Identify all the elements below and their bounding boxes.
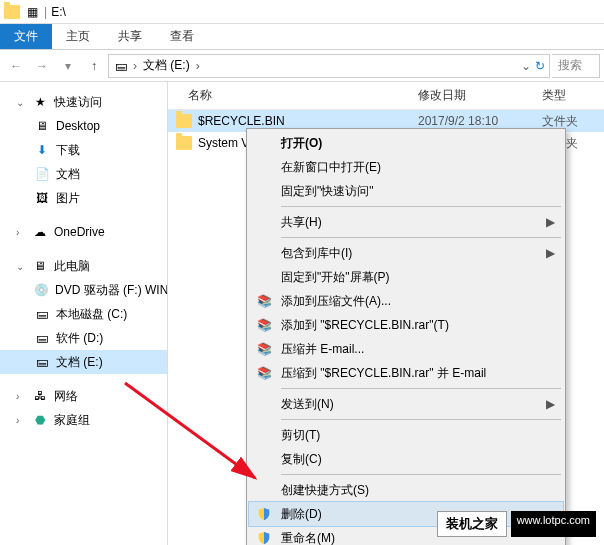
ctx-add-archive[interactable]: 📚添加到压缩文件(A)... [249, 289, 563, 313]
context-menu: 打开(O) 在新窗口中打开(E) 固定到"快速访问" 共享(H)▶ 包含到库中(… [246, 128, 566, 545]
download-icon: ⬇ [34, 142, 50, 158]
ctx-zip-email-to[interactable]: 📚压缩到 "$RECYCLE.BIN.rar" 并 E-mail [249, 361, 563, 385]
ctx-pin-quick[interactable]: 固定到"快速访问" [249, 179, 563, 203]
folder-icon [176, 114, 192, 128]
col-date[interactable]: 修改日期 [418, 87, 542, 104]
divider: | [44, 5, 47, 19]
tab-share[interactable]: 共享 [104, 24, 156, 49]
chevron-icon[interactable]: › [196, 59, 200, 73]
submenu-icon: ▶ [546, 215, 555, 229]
sidebar-item-quick[interactable]: ⌄★快速访问 [0, 90, 167, 114]
tab-home[interactable]: 主页 [52, 24, 104, 49]
ctx-share[interactable]: 共享(H)▶ [249, 210, 563, 234]
breadcrumb-root[interactable]: 文档 (E:) [141, 57, 192, 74]
watermark: 装机之家 www.lotpc.com [437, 511, 596, 537]
col-name[interactable]: 名称 [168, 87, 418, 104]
sidebar-item-homegroup[interactable]: ›⬣家庭组 [0, 408, 167, 432]
disc-icon: 💿 [34, 282, 49, 298]
winrar-icon: 📚 [255, 340, 273, 358]
forward-button: → [30, 54, 54, 78]
back-button[interactable]: ← [4, 54, 28, 78]
props-icon[interactable]: ▦ [24, 4, 40, 20]
drive-icon: 🖴 [34, 306, 50, 322]
folder-icon [4, 4, 20, 20]
sidebar-item-desktop[interactable]: 🖥Desktop [0, 114, 167, 138]
sidebar-item-dvd[interactable]: 💿DVD 驱动器 (F:) WIN [0, 278, 167, 302]
drive-icon: 🖴 [34, 354, 50, 370]
winrar-icon: 📚 [255, 292, 273, 310]
search-box[interactable]: 搜索 [552, 54, 600, 78]
homegroup-icon: ⬣ [32, 412, 48, 428]
sidebar-item-doce[interactable]: 🖴文档 (E:) [0, 350, 167, 374]
sidebar-item-thispc[interactable]: ⌄🖥此电脑 [0, 254, 167, 278]
recent-dropdown[interactable]: ▾ [56, 54, 80, 78]
network-icon: 🖧 [32, 388, 48, 404]
ctx-zip-email[interactable]: 📚压缩并 E-mail... [249, 337, 563, 361]
ctx-pin-start[interactable]: 固定到"开始"屏幕(P) [249, 265, 563, 289]
ctx-new-window[interactable]: 在新窗口中打开(E) [249, 155, 563, 179]
ctx-cut[interactable]: 剪切(T) [249, 423, 563, 447]
sidebar-item-docs[interactable]: 📄文档 [0, 162, 167, 186]
drive-icon: 🖴 [113, 58, 129, 74]
ctx-include-library[interactable]: 包含到库中(I)▶ [249, 241, 563, 265]
tab-file[interactable]: 文件 [0, 24, 52, 49]
submenu-icon: ▶ [546, 246, 555, 260]
chevron-icon[interactable]: › [133, 59, 137, 73]
sidebar: ⌄★快速访问 🖥Desktop ⬇下载 📄文档 🖼图片 ›☁OneDrive ⌄… [0, 82, 168, 545]
tab-view[interactable]: 查看 [156, 24, 208, 49]
ctx-shortcut[interactable]: 创建快捷方式(S) [249, 478, 563, 502]
up-button[interactable]: ↑ [82, 54, 106, 78]
watermark-url: www.lotpc.com [511, 511, 596, 537]
col-type[interactable]: 类型 [542, 87, 604, 104]
dropdown-icon[interactable]: ⌄ [521, 59, 531, 73]
ctx-copy[interactable]: 复制(C) [249, 447, 563, 471]
folder-icon [176, 136, 192, 150]
ctx-add-rar[interactable]: 📚添加到 "$RECYCLE.BIN.rar"(T) [249, 313, 563, 337]
sidebar-item-downloads[interactable]: ⬇下载 [0, 138, 167, 162]
drive-icon: 🖴 [34, 330, 50, 346]
doc-icon: 📄 [34, 166, 50, 182]
nav-bar: ← → ▾ ↑ 🖴 › 文档 (E:) › ⌄ ↻ 搜索 [0, 50, 604, 82]
star-icon: ★ [32, 94, 48, 110]
cloud-icon: ☁ [32, 224, 48, 240]
winrar-icon: 📚 [255, 316, 273, 334]
window-title: E:\ [51, 5, 66, 19]
sidebar-item-pics[interactable]: 🖼图片 [0, 186, 167, 210]
submenu-icon: ▶ [546, 397, 555, 411]
titlebar: ▦ | E:\ [0, 0, 604, 24]
winrar-icon: 📚 [255, 364, 273, 382]
column-headers[interactable]: 名称 修改日期 类型 [168, 82, 604, 110]
ctx-send-to[interactable]: 发送到(N)▶ [249, 392, 563, 416]
shield-icon [255, 505, 273, 523]
address-bar[interactable]: 🖴 › 文档 (E:) › ⌄ ↻ [108, 54, 550, 78]
ribbon: 文件 主页 共享 查看 [0, 24, 604, 50]
sidebar-item-localc[interactable]: 🖴本地磁盘 (C:) [0, 302, 167, 326]
shield-icon [255, 529, 273, 545]
picture-icon: 🖼 [34, 190, 50, 206]
pc-icon: 🖥 [32, 258, 48, 274]
sidebar-item-network[interactable]: ›🖧网络 [0, 384, 167, 408]
refresh-icon[interactable]: ↻ [535, 59, 545, 73]
sidebar-item-softd[interactable]: 🖴软件 (D:) [0, 326, 167, 350]
ctx-open[interactable]: 打开(O) [249, 131, 563, 155]
watermark-brand: 装机之家 [437, 511, 507, 537]
desktop-icon: 🖥 [34, 118, 50, 134]
sidebar-item-onedrive[interactable]: ›☁OneDrive [0, 220, 167, 244]
